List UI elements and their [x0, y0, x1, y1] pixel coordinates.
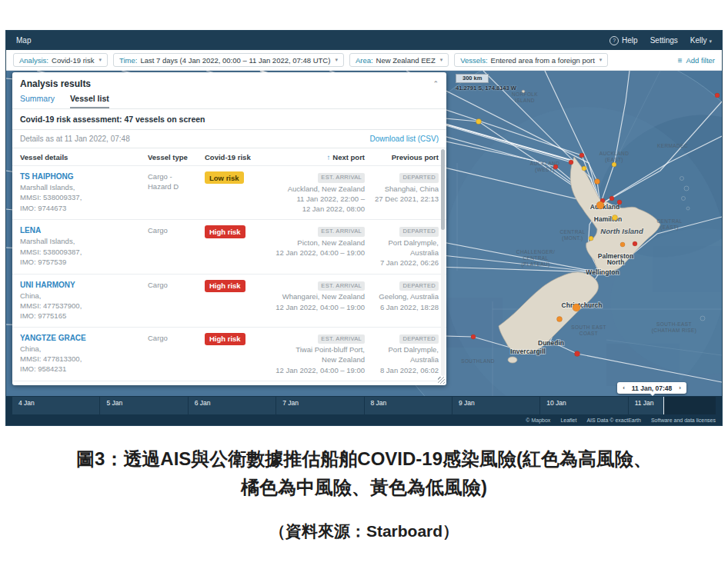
time-stepper[interactable]: ‹ 11 Jan, 07:48 › — [617, 382, 686, 394]
vessel-meta: MMSI: 538009387, — [20, 247, 148, 257]
scrollbar-thumb[interactable] — [441, 149, 445, 230]
map-label: Wellington — [586, 268, 619, 276]
column-header-previous-port[interactable]: Previous port — [365, 153, 439, 161]
vessel-dot-high-risk[interactable] — [609, 196, 614, 201]
vessel-dot-high-risk[interactable] — [553, 165, 558, 169]
vessel-type-cell: Cargo -Hazard D — [148, 171, 205, 214]
filter-label: Analysis: — [19, 56, 48, 65]
vessel-dot-medium-risk[interactable] — [557, 317, 563, 322]
map-label: Invercargill — [510, 348, 545, 355]
attribution-item[interactable]: Leaflet — [560, 418, 576, 423]
vessel-name-link[interactable]: UNI HARMONY — [20, 280, 148, 291]
previous-port-line: Port Dalrymple, — [365, 238, 439, 248]
timeline-date-cell[interactable]: 11 Jan — [629, 397, 716, 414]
filter-chip[interactable]: Analysis:Covid-19 risk▾ — [13, 53, 108, 67]
departed-badge: DEPARTED — [399, 173, 439, 183]
vessel-dot-high-risk[interactable] — [471, 334, 476, 339]
filter-chips: Analysis:Covid-19 risk▾Time:Last 7 days … — [13, 53, 608, 67]
user-menu[interactable]: Kelly▾ — [690, 36, 712, 45]
vessel-row: UNI HARMONYChina,MMSI: 477537900,IMO: 97… — [12, 274, 446, 327]
next-port-line: Tiwai Point-bluff Port, — [269, 344, 365, 354]
departed-badge: DEPARTED — [399, 334, 439, 344]
map-label: SOUTHLAND — [461, 358, 495, 364]
vessel-meta: MMSI: 538009337, — [20, 192, 148, 202]
licenses-link[interactable]: Software and data licenses — [651, 418, 716, 423]
map-attribution: © MapboxLeafletAIS Data © exactEarthSoft… — [6, 414, 722, 425]
filter-label: Area: — [356, 56, 373, 65]
map-area[interactable]: NORFOLKISLANDKERMADECAUCKLAND(EAST)AUCKL… — [6, 71, 722, 396]
previous-port-cell: DEPARTEDPort Dalrymple,Australia8 Jan 20… — [365, 333, 439, 375]
vessel-dot-high-risk[interactable] — [569, 160, 573, 165]
vessel-dot-high-risk[interactable] — [579, 153, 584, 158]
map-label: Auckland — [590, 203, 619, 211]
attribution-item[interactable]: AIS Data © exactEarth — [586, 418, 641, 423]
vessel-dot-medium-risk[interactable] — [573, 304, 580, 311]
vessel-row: LENAMarshall Islands,MMSI: 538009387,IMO… — [12, 219, 446, 273]
prev-time-icon[interactable]: ‹ — [623, 384, 625, 391]
panel-scrollbar[interactable] — [441, 149, 445, 376]
vessel-dot-high-risk[interactable] — [633, 241, 637, 246]
tab-summary[interactable]: Summary — [20, 94, 55, 108]
add-filter-button[interactable]: ≡ Add filter — [678, 56, 715, 65]
vessel-meta: China, — [20, 344, 148, 354]
next-time-icon[interactable]: › — [679, 384, 681, 391]
help-button[interactable]: ? Help — [609, 36, 638, 45]
timeline-date-cell[interactable]: 8 Jan — [365, 397, 452, 414]
analysis-panel: Analysis results ⌃ Summary Vessel list C… — [12, 72, 446, 385]
vessel-row: YACHT EXPRESSNetherlands,MMSI: 244870311… — [12, 381, 446, 385]
vessel-name-link[interactable]: YANGTZE GRACE — [20, 333, 148, 344]
column-header-vessel-details[interactable]: Vessel details — [20, 153, 148, 161]
timeline-date-cell[interactable]: 6 Jan — [189, 397, 276, 414]
download-csv-link[interactable]: Download list (CSV) — [370, 135, 439, 143]
covid-risk-cell: Low risk — [205, 171, 269, 214]
vessel-dot-low-risk[interactable] — [582, 166, 586, 171]
vessel-dot-medium-risk[interactable] — [596, 201, 604, 209]
filter-chip[interactable]: Vessels:Entered area from a foreign port… — [454, 53, 608, 67]
filter-chip[interactable]: Time:Last 7 days (4 Jan 2022, 00:00 – 11… — [113, 53, 344, 67]
vessel-dot-low-risk[interactable] — [589, 236, 593, 241]
column-header-covid-risk[interactable]: Covid-19 risk — [205, 153, 269, 161]
next-port-line: 12 Jan 2022, 08:00 — [269, 204, 365, 214]
vessel-table-body: TS HAIPHONGMarshall Islands,MMSI: 538009… — [12, 165, 446, 385]
filter-chip[interactable]: Area:New Zealand EEZ▾ — [349, 53, 449, 67]
vessel-name-link[interactable]: LENA — [20, 225, 148, 236]
vessel-details-cell: UNI HARMONYChina,MMSI: 477537900,IMO: 97… — [20, 280, 148, 321]
chevron-down-icon: ▾ — [335, 57, 338, 63]
collapse-chevron-icon[interactable]: ⌃ — [432, 80, 439, 88]
vessel-dot-high-risk[interactable] — [715, 93, 720, 98]
vessel-name-link[interactable]: TS HAIPHONG — [20, 171, 148, 182]
risk-badge: High risk — [205, 225, 245, 238]
map-label: KERMADEC — [657, 143, 688, 148]
vessel-table-header: Vessel details Vessel type Covid-19 risk… — [12, 148, 446, 165]
vessel-row: YANGTZE GRACEChina,MMSI: 477813300,IMO: … — [12, 327, 446, 381]
figure-caption: 圖3：透過AIS與公衛數據推估船舶COVID-19感染風險(紅色為高風險、 橘色… — [0, 444, 728, 542]
timeline-date-cell[interactable]: 9 Jan — [452, 397, 539, 414]
tab-vessel-list[interactable]: Vessel list — [70, 94, 109, 108]
timeline-date-cell[interactable]: 10 Jan — [540, 397, 627, 414]
vessel-dot-high-risk[interactable] — [617, 200, 622, 205]
settings-button[interactable]: Settings — [650, 36, 678, 45]
filter-label: Time: — [119, 56, 137, 65]
vessel-dot-low-risk[interactable] — [476, 119, 482, 125]
column-header-next-port[interactable]: ↑Next port — [269, 153, 365, 161]
timeline-date-cell[interactable]: 7 Jan — [276, 397, 363, 414]
column-header-vessel-type[interactable]: Vessel type — [148, 153, 205, 161]
vessel-dot-low-risk[interactable] — [612, 162, 616, 167]
vessel-dot-high-risk[interactable] — [575, 351, 580, 357]
vessel-dot-medium-risk[interactable] — [620, 242, 625, 247]
next-port-cell: EST. ARRIVALPicton, New Zealand12 Jan 20… — [269, 225, 365, 268]
caption-line-1: 圖3：透過AIS與公衛數據推估船舶COVID-19感染風險(紅色為高風險、 — [0, 444, 728, 473]
panel-tabs: Summary Vessel list — [12, 91, 446, 109]
resize-handle[interactable] — [438, 377, 445, 384]
previous-port-line: 27 Dec 2021, 22:13 — [365, 194, 439, 204]
risk-assessment-summary: Covid-19 risk assessment: 47 vessels on … — [12, 109, 446, 130]
map-label: North Island — [600, 227, 643, 235]
vessel-dot-low-risk[interactable] — [613, 215, 618, 221]
vessel-meta: IMO: 9744673 — [20, 203, 148, 213]
attribution-item[interactable]: © Mapbox — [526, 418, 550, 423]
timeline-date-cell[interactable]: 4 Jan — [12, 397, 99, 414]
timeline-date-cell[interactable]: 5 Jan — [100, 397, 187, 414]
vessel-dot-medium-risk[interactable] — [595, 179, 600, 185]
covid-risk-cell: High risk — [205, 280, 269, 321]
filter-value: Last 7 days (4 Jan 2022, 00:00 – 11 Jan … — [140, 56, 330, 65]
